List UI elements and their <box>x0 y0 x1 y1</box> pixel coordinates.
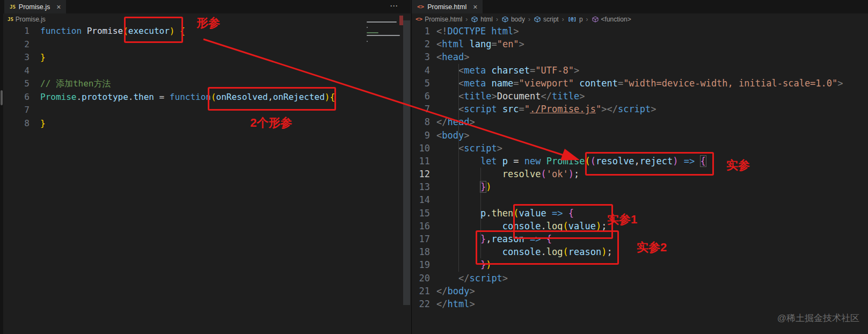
code-line[interactable]: 5 <meta name="viewport" content="width=d… <box>412 77 868 90</box>
line-number: 17 <box>412 233 430 245</box>
line-number: 7 <box>3 104 30 117</box>
symbol-element-icon <box>534 16 541 23</box>
line-number: 13 <box>412 180 430 193</box>
breadcrumb-item-function[interactable]: <function> <box>601 16 631 23</box>
breadcrumb-item-script[interactable]: script <box>543 16 559 23</box>
left-code-editor[interactable]: 1function Promise(executor) {2 3}4 5// 添… <box>3 25 411 334</box>
code-line[interactable]: 7 <script src="./Promise.js"></script> <box>412 103 868 115</box>
code-line[interactable]: 9<body> <box>412 129 868 142</box>
line-number: 8 <box>412 115 430 128</box>
code-line[interactable]: 19 }) <box>412 258 868 271</box>
breadcrumb-separator: › <box>528 16 530 23</box>
breadcrumb-item-body[interactable]: body <box>511 16 525 23</box>
line-number: 14 <box>412 193 430 206</box>
watermark: @稀土掘金技术社区 <box>777 312 859 324</box>
code-line[interactable]: 4 <box>3 64 411 78</box>
overview-ruler-mark <box>399 16 403 25</box>
code-line[interactable]: 10 <script> <box>412 142 868 155</box>
code-line[interactable]: 8} <box>3 117 411 130</box>
code-text: resolve('ok'); <box>430 168 868 180</box>
code-text: <meta charset="UTF-8"> <box>430 64 868 77</box>
code-line[interactable]: 8</head> <box>412 115 868 128</box>
more-actions-icon[interactable]: ⋯ <box>390 1 399 11</box>
code-line[interactable]: 6 <title>Document</title> <box>412 90 868 103</box>
activity-marker <box>1 90 3 105</box>
code-text: function Promise(executor) { <box>30 25 411 38</box>
code-text: <body> <box>430 129 868 142</box>
minimap-line <box>367 35 400 36</box>
code-text: <meta name="viewport" content="width=dev… <box>430 77 868 90</box>
code-text: console.log(value); <box>430 220 868 233</box>
tab-promise-html[interactable]: <> Promise.html × <box>412 0 483 13</box>
line-number: 16 <box>412 220 430 233</box>
code-text: <script> <box>430 142 868 155</box>
breadcrumb-item-html[interactable]: html <box>480 16 493 23</box>
close-tab-icon[interactable]: × <box>56 3 61 11</box>
right-code-editor[interactable]: 1<!DOCTYPE html>2<html lang="en">3<head>… <box>412 25 868 334</box>
line-number: 2 <box>3 38 30 52</box>
line-number: 20 <box>412 272 430 285</box>
right-editor-pane: <> Promise.html × <> Promise.html › html… <box>411 0 868 334</box>
code-line[interactable]: 20 </script> <box>412 272 868 285</box>
code-line[interactable]: 1function Promise(executor) { <box>3 25 411 38</box>
code-text: </head> <box>430 115 868 128</box>
code-line[interactable]: 3<head> <box>412 50 868 63</box>
breadcrumb-separator: › <box>562 16 564 23</box>
line-number: 15 <box>412 207 430 220</box>
breadcrumb-item-file[interactable]: Promise.html <box>425 16 462 23</box>
activity-strip <box>0 0 3 334</box>
left-tab-bar: JS Promise.js × ⋯ <box>0 0 411 13</box>
code-text <box>430 193 868 206</box>
line-number: 1 <box>3 25 30 38</box>
code-text: p.then(value => { <box>430 207 868 220</box>
breadcrumb-item-file[interactable]: Promise.js <box>16 16 46 23</box>
line-number: 18 <box>412 245 430 258</box>
line-number: 4 <box>3 64 30 78</box>
vscode-window: JS Promise.js × ⋯ JS Promise.js 1functio… <box>0 0 868 334</box>
tab-promise-js[interactable]: JS Promise.js × <box>4 0 66 13</box>
line-number: 3 <box>3 51 30 64</box>
left-scrollbar[interactable] <box>403 20 410 305</box>
indent-guide <box>480 168 481 258</box>
line-number: 6 <box>412 90 430 103</box>
code-text: // 添加then方法 <box>30 77 411 91</box>
right-breadcrumb: <> Promise.html › html › body › script ›… <box>412 13 868 25</box>
minimap[interactable] <box>367 21 403 43</box>
code-text: </html> <box>430 297 868 310</box>
code-text: </body> <box>430 285 868 297</box>
minimap-line <box>367 41 368 42</box>
code-line[interactable]: 7 <box>3 104 411 117</box>
breadcrumb-separator: › <box>465 16 468 23</box>
code-line[interactable]: 6Promise.prototype.then = function(onRes… <box>3 91 411 104</box>
code-text: <!DOCTYPE html> <box>430 25 868 38</box>
breadcrumb-item-p[interactable]: p <box>579 16 583 23</box>
line-number: 1 <box>412 25 430 38</box>
code-line[interactable]: 2<html lang="en"> <box>412 38 868 50</box>
code-line[interactable]: 22</html> <box>412 297 868 310</box>
indent-guide <box>458 64 459 272</box>
code-text: console.log(reason); <box>430 245 868 258</box>
right-tab-bar: <> Promise.html × <box>412 0 868 13</box>
tab-label: Promise.html <box>427 3 466 11</box>
code-line[interactable]: 1<!DOCTYPE html> <box>412 25 868 38</box>
line-number: 21 <box>412 285 430 297</box>
breadcrumb-separator: › <box>496 16 498 23</box>
code-line[interactable]: 21</body> <box>412 285 868 297</box>
minimap-line <box>367 21 397 23</box>
code-line[interactable]: 3} <box>3 51 411 64</box>
html-file-icon: <> <box>417 3 424 10</box>
close-tab-icon[interactable]: × <box>473 3 477 11</box>
breadcrumb-separator: › <box>586 16 588 23</box>
js-file-icon: JS <box>8 17 13 22</box>
left-breadcrumb[interactable]: JS Promise.js <box>0 13 411 25</box>
code-text: <head> <box>430 50 868 63</box>
line-number: 22 <box>412 297 430 310</box>
code-line[interactable]: 4 <meta charset="UTF-8"> <box>412 64 868 77</box>
line-number: 7 <box>412 103 430 115</box>
code-line[interactable]: 11 let p = new Promise((resolve,reject) … <box>412 155 868 168</box>
code-line[interactable]: 5// 添加then方法 <box>3 77 411 91</box>
code-text <box>30 38 411 52</box>
code-text: } <box>30 51 411 64</box>
code-line[interactable]: 2 <box>3 38 411 52</box>
js-file-icon: JS <box>10 4 16 10</box>
